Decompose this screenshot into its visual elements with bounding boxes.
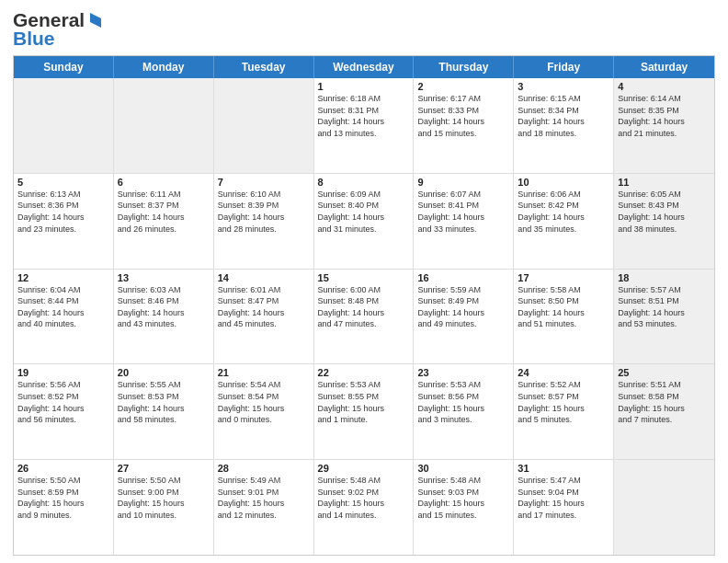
day-cell-12: 12Sunrise: 6:04 AM Sunset: 8:44 PM Dayli… xyxy=(14,270,114,364)
day-cell-8: 8Sunrise: 6:09 AM Sunset: 8:40 PM Daylig… xyxy=(314,174,415,269)
empty-cell xyxy=(214,78,314,173)
day-cell-17: 17Sunrise: 5:58 AM Sunset: 8:50 PM Dayli… xyxy=(514,270,614,364)
day-details: Sunrise: 6:10 AM Sunset: 8:39 PM Dayligh… xyxy=(218,189,310,235)
day-cell-18: 18Sunrise: 5:57 AM Sunset: 8:51 PM Dayli… xyxy=(614,270,714,364)
calendar-row-4: 19Sunrise: 5:56 AM Sunset: 8:52 PM Dayli… xyxy=(14,364,714,460)
day-details: Sunrise: 5:54 AM Sunset: 8:54 PM Dayligh… xyxy=(218,379,310,425)
day-details: Sunrise: 5:50 AM Sunset: 8:59 PM Dayligh… xyxy=(17,475,109,521)
day-number: 25 xyxy=(618,367,711,378)
day-number: 18 xyxy=(618,272,711,283)
day-number: 26 xyxy=(17,463,109,474)
day-number: 2 xyxy=(417,81,509,92)
day-number: 30 xyxy=(417,463,509,474)
day-number: 14 xyxy=(218,272,310,283)
day-details: Sunrise: 6:18 AM Sunset: 8:31 PM Dayligh… xyxy=(318,93,410,139)
day-cell-1: 1Sunrise: 6:18 AM Sunset: 8:31 PM Daylig… xyxy=(314,78,415,173)
day-number: 22 xyxy=(318,367,410,378)
day-number: 7 xyxy=(218,177,310,188)
day-number: 3 xyxy=(518,81,609,92)
calendar-row-2: 5Sunrise: 6:13 AM Sunset: 8:36 PM Daylig… xyxy=(14,174,714,270)
calendar-header: SundayMondayTuesdayWednesdayThursdayFrid… xyxy=(14,56,714,78)
header-cell-saturday: Saturday xyxy=(614,56,714,78)
header: General Blue xyxy=(13,9,715,50)
day-number: 23 xyxy=(417,367,509,378)
day-cell-30: 30Sunrise: 5:48 AM Sunset: 9:03 PM Dayli… xyxy=(414,460,514,555)
day-cell-24: 24Sunrise: 5:52 AM Sunset: 8:57 PM Dayli… xyxy=(514,364,614,459)
day-number: 8 xyxy=(318,177,410,188)
day-number: 16 xyxy=(417,272,509,283)
day-cell-29: 29Sunrise: 5:48 AM Sunset: 9:02 PM Dayli… xyxy=(314,460,415,555)
calendar: SundayMondayTuesdayWednesdayThursdayFrid… xyxy=(13,55,715,556)
day-number: 11 xyxy=(618,177,711,188)
day-cell-4: 4Sunrise: 6:14 AM Sunset: 8:35 PM Daylig… xyxy=(614,78,714,173)
day-cell-31: 31Sunrise: 5:47 AM Sunset: 9:04 PM Dayli… xyxy=(514,460,614,555)
day-cell-25: 25Sunrise: 5:51 AM Sunset: 8:58 PM Dayli… xyxy=(614,364,714,459)
day-cell-13: 13Sunrise: 6:03 AM Sunset: 8:46 PM Dayli… xyxy=(114,270,214,364)
day-number: 29 xyxy=(318,463,410,474)
day-details: Sunrise: 5:47 AM Sunset: 9:04 PM Dayligh… xyxy=(518,475,609,521)
day-cell-16: 16Sunrise: 5:59 AM Sunset: 8:49 PM Dayli… xyxy=(414,270,514,364)
day-details: Sunrise: 6:07 AM Sunset: 8:41 PM Dayligh… xyxy=(417,189,509,235)
day-cell-15: 15Sunrise: 6:00 AM Sunset: 8:48 PM Dayli… xyxy=(314,270,415,364)
day-number: 4 xyxy=(618,81,711,92)
day-details: Sunrise: 5:52 AM Sunset: 8:57 PM Dayligh… xyxy=(518,379,609,425)
day-number: 20 xyxy=(118,367,210,378)
calendar-row-3: 12Sunrise: 6:04 AM Sunset: 8:44 PM Dayli… xyxy=(14,270,714,365)
day-details: Sunrise: 6:11 AM Sunset: 8:37 PM Dayligh… xyxy=(118,189,210,235)
page: General Blue SundayMondayTuesdayWednesda… xyxy=(0,0,728,563)
day-number: 21 xyxy=(218,367,310,378)
day-cell-11: 11Sunrise: 6:05 AM Sunset: 8:43 PM Dayli… xyxy=(614,174,714,269)
day-details: Sunrise: 6:01 AM Sunset: 8:47 PM Dayligh… xyxy=(218,284,310,330)
logo-blue: Blue xyxy=(13,28,55,50)
day-cell-3: 3Sunrise: 6:15 AM Sunset: 8:34 PM Daylig… xyxy=(514,78,614,173)
day-details: Sunrise: 6:15 AM Sunset: 8:34 PM Dayligh… xyxy=(518,93,609,139)
day-number: 28 xyxy=(218,463,310,474)
day-number: 15 xyxy=(318,272,410,283)
day-details: Sunrise: 5:49 AM Sunset: 9:01 PM Dayligh… xyxy=(218,475,310,521)
day-number: 5 xyxy=(17,177,109,188)
day-cell-9: 9Sunrise: 6:07 AM Sunset: 8:41 PM Daylig… xyxy=(414,174,514,269)
logo-icon xyxy=(86,11,105,29)
header-cell-monday: Monday xyxy=(114,56,214,78)
day-number: 10 xyxy=(518,177,609,188)
day-cell-19: 19Sunrise: 5:56 AM Sunset: 8:52 PM Dayli… xyxy=(14,364,114,459)
day-number: 19 xyxy=(17,367,109,378)
day-details: Sunrise: 6:06 AM Sunset: 8:42 PM Dayligh… xyxy=(518,189,609,235)
header-cell-wednesday: Wednesday xyxy=(314,56,415,78)
day-cell-14: 14Sunrise: 6:01 AM Sunset: 8:47 PM Dayli… xyxy=(214,270,314,364)
day-cell-5: 5Sunrise: 6:13 AM Sunset: 8:36 PM Daylig… xyxy=(14,174,114,269)
header-cell-thursday: Thursday xyxy=(414,56,514,78)
day-number: 13 xyxy=(118,272,210,283)
day-details: Sunrise: 6:04 AM Sunset: 8:44 PM Dayligh… xyxy=(17,284,109,330)
header-cell-sunday: Sunday xyxy=(14,56,114,78)
day-number: 6 xyxy=(118,177,210,188)
empty-cell xyxy=(14,78,114,173)
day-details: Sunrise: 5:59 AM Sunset: 8:49 PM Dayligh… xyxy=(417,284,509,330)
day-number: 17 xyxy=(518,272,609,283)
day-cell-22: 22Sunrise: 5:53 AM Sunset: 8:55 PM Dayli… xyxy=(314,364,415,459)
day-details: Sunrise: 5:57 AM Sunset: 8:51 PM Dayligh… xyxy=(618,284,711,330)
empty-cell xyxy=(614,460,714,555)
day-cell-23: 23Sunrise: 5:53 AM Sunset: 8:56 PM Dayli… xyxy=(414,364,514,459)
day-cell-21: 21Sunrise: 5:54 AM Sunset: 8:54 PM Dayli… xyxy=(214,364,314,459)
day-details: Sunrise: 6:17 AM Sunset: 8:33 PM Dayligh… xyxy=(417,93,509,139)
calendar-row-1: 1Sunrise: 6:18 AM Sunset: 8:31 PM Daylig… xyxy=(14,78,714,174)
day-details: Sunrise: 5:48 AM Sunset: 9:02 PM Dayligh… xyxy=(318,475,410,521)
empty-cell xyxy=(114,78,214,173)
header-cell-tuesday: Tuesday xyxy=(214,56,314,78)
calendar-body: 1Sunrise: 6:18 AM Sunset: 8:31 PM Daylig… xyxy=(14,78,714,555)
day-details: Sunrise: 5:53 AM Sunset: 8:56 PM Dayligh… xyxy=(417,379,509,425)
day-details: Sunrise: 5:50 AM Sunset: 9:00 PM Dayligh… xyxy=(118,475,210,521)
day-cell-20: 20Sunrise: 5:55 AM Sunset: 8:53 PM Dayli… xyxy=(114,364,214,459)
day-cell-7: 7Sunrise: 6:10 AM Sunset: 8:39 PM Daylig… xyxy=(214,174,314,269)
day-cell-6: 6Sunrise: 6:11 AM Sunset: 8:37 PM Daylig… xyxy=(114,174,214,269)
day-number: 1 xyxy=(318,81,410,92)
day-details: Sunrise: 5:55 AM Sunset: 8:53 PM Dayligh… xyxy=(118,379,210,425)
day-cell-27: 27Sunrise: 5:50 AM Sunset: 9:00 PM Dayli… xyxy=(114,460,214,555)
day-cell-26: 26Sunrise: 5:50 AM Sunset: 8:59 PM Dayli… xyxy=(14,460,114,555)
svg-marker-0 xyxy=(90,13,101,28)
day-details: Sunrise: 6:03 AM Sunset: 8:46 PM Dayligh… xyxy=(118,284,210,330)
day-cell-10: 10Sunrise: 6:06 AM Sunset: 8:42 PM Dayli… xyxy=(514,174,614,269)
day-details: Sunrise: 6:00 AM Sunset: 8:48 PM Dayligh… xyxy=(318,284,410,330)
day-number: 9 xyxy=(417,177,509,188)
